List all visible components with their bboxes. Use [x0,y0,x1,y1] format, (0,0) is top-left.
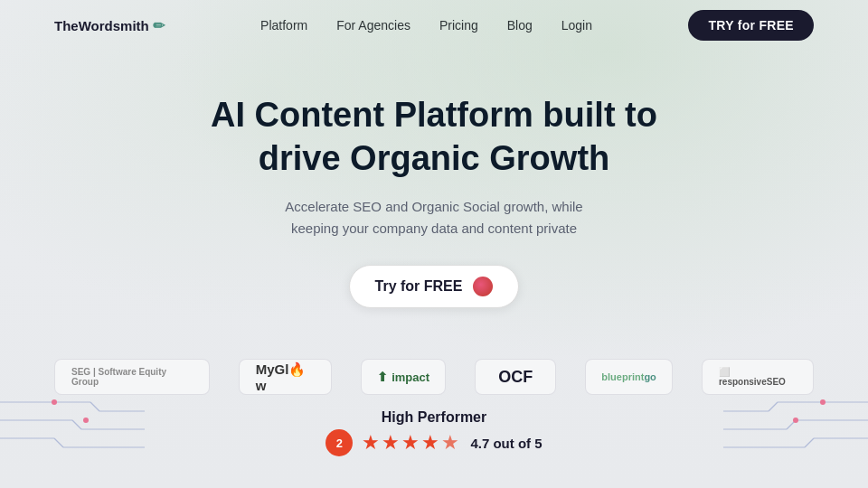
hero-title-line1: AI Content Platform built to [211,96,657,134]
svg-line-18 [805,438,814,447]
hero-section: AI Content Platform built to drive Organ… [0,51,868,308]
svg-line-12 [769,402,778,411]
navbar: TheWordsmith ✏ Platform For Agencies Pri… [0,0,868,51]
hero-title: AI Content Platform built to drive Organ… [163,94,705,180]
svg-point-21 [820,399,826,405]
rating-score: 4.7 out of 5 [470,436,542,451]
logo-blueprint: blueprintgo [585,359,673,395]
cta-dot-icon [473,277,493,296]
g2-badge: 2 [326,429,353,456]
star-4: ★ [421,431,439,455]
svg-point-10 [52,399,57,405]
nav-try-free-button[interactable]: TRY for FREE [688,10,814,41]
logo: TheWordsmith ✏ [54,17,165,34]
pen-icon: ✏ [153,17,165,34]
star-rating: ★ ★ ★ ★ ★ [362,431,459,455]
star-2: ★ [382,431,400,455]
logo-text: TheWordsmith [54,18,149,33]
cta-wrapper: Try for FREE [0,265,868,308]
svg-line-7 [54,438,63,447]
nav-agencies[interactable]: For Agencies [336,18,410,33]
circuit-right-decoration [723,366,868,456]
star-3: ★ [401,431,420,455]
hero-subtitle: Accelerate SEO and Organic Social growth… [262,196,606,239]
bottom-area: High Performer 2 ★ ★ ★ ★ ★ 4.7 out of 5 [0,409,868,456]
svg-line-1 [90,402,99,411]
logo-ocf-text: OCF [498,368,533,387]
svg-line-4 [72,420,81,429]
svg-point-20 [793,418,798,423]
logo-myglow: MyGl🔥w [239,359,332,395]
hero-cta-button[interactable]: Try for FREE [349,265,520,308]
nav-platform[interactable]: Platform [260,18,307,33]
logo-impact-text: ⬆ impact [377,370,429,384]
star-half: ★ [441,431,459,455]
cta-label: Try for FREE [375,278,463,295]
logo-myglow-text: MyGl🔥w [256,361,315,393]
nav-pricing[interactable]: Pricing [439,18,478,33]
svg-point-9 [83,418,89,423]
hero-title-line2: drive Organic Growth [259,139,610,177]
logo-blueprint-text: blueprintgo [601,371,656,382]
nav-login[interactable]: Login [561,18,592,33]
logo-impact: ⬆ impact [361,359,446,395]
g2-letter: 2 [336,436,343,450]
nav-links: Platform For Agencies Pricing Blog Login [260,17,592,33]
logo-ocf: OCF [475,359,556,395]
nav-blog[interactable]: Blog [507,18,533,33]
star-1: ★ [362,431,380,455]
circuit-left-decoration [0,366,145,456]
